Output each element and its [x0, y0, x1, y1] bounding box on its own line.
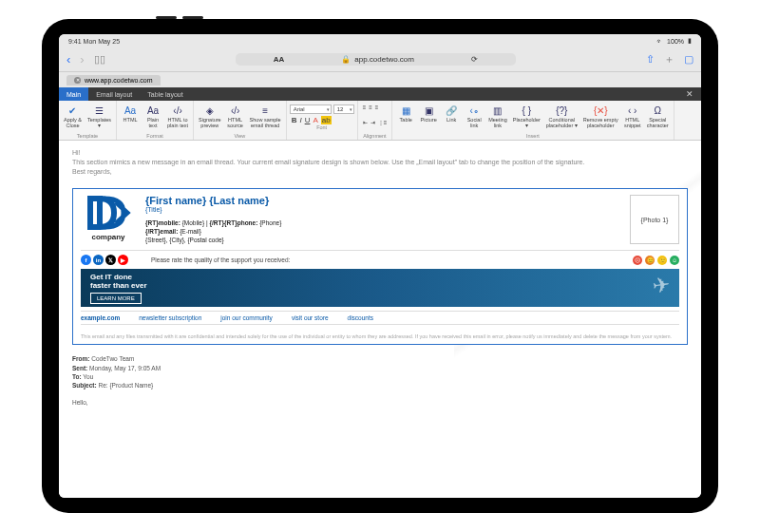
picture-icon: ▣	[422, 104, 435, 117]
facebook-icon[interactable]: f	[81, 255, 91, 265]
share-icon: ‹∘	[467, 104, 481, 117]
bookmarks-icon[interactable]: ▯▯	[94, 53, 105, 66]
html-snippet-button[interactable]: ‹ ›HTML snippet	[622, 103, 643, 133]
table-button[interactable]: ▦Table	[395, 103, 416, 133]
calendar-icon: ▥	[491, 104, 504, 117]
back-button[interactable]: ‹	[66, 52, 70, 66]
ribbon-tab-bar: Main Email layout Table layout ✕	[59, 87, 701, 101]
signature-block[interactable]: company {First name} {Last name} {Title}…	[72, 188, 688, 345]
indent-left-button[interactable]: ⇤	[363, 119, 368, 133]
face-good-icon[interactable]: ☺	[670, 256, 679, 265]
footer-links: example.com newsletter subscription join…	[81, 311, 679, 325]
face-bad-icon[interactable]: ☹	[633, 256, 642, 265]
html-format-button[interactable]: AaHTML	[120, 103, 141, 133]
new-tab-icon[interactable]: ＋	[664, 52, 674, 66]
share-icon[interactable]: ⇧	[646, 53, 655, 66]
underline-button[interactable]: U	[305, 116, 311, 124]
close-tab-icon[interactable]: ✕	[74, 77, 81, 84]
battery-icon: ▮	[688, 37, 692, 45]
reload-icon[interactable]: ⟳	[471, 55, 478, 64]
templates-button[interactable]: ☰Templates ▾	[86, 103, 113, 133]
photo-placeholder: {Photo 1}	[630, 195, 679, 244]
rate-text: Please rate the quality of the support y…	[151, 256, 290, 263]
disclaimer-text: This email and any files transmitted wit…	[73, 332, 687, 344]
group-label: View	[197, 133, 283, 140]
face-ok-icon[interactable]: 🙂	[657, 256, 667, 265]
align-center-button[interactable]: ≡	[369, 104, 372, 119]
font-size-select[interactable]: 12	[333, 104, 354, 114]
conditional-placeholder-button[interactable]: {?}Conditional placeholder ▾	[544, 103, 580, 133]
wifi-icon: ᯤ	[656, 38, 663, 45]
sample-thread-button[interactable]: ≡Show sample email thread	[248, 103, 283, 133]
group-label: Alignment	[361, 133, 390, 140]
group-label: Insert	[395, 133, 671, 140]
meeting-link-button[interactable]: ▥Meeting link	[486, 103, 509, 133]
italic-button[interactable]: I	[299, 116, 301, 124]
remove-placeholder-button[interactable]: {✕}Remove empty placeholder	[581, 103, 620, 133]
text-size-icon[interactable]: AA	[274, 55, 285, 64]
tabs-icon[interactable]: ▢	[684, 53, 694, 66]
link-store[interactable]: visit our store	[292, 314, 329, 321]
address-bar[interactable]: AA 🔒 app.codetwo.com ⟳	[236, 53, 516, 66]
editor-content[interactable]: Hi! This section mimics a new message in…	[59, 141, 701, 498]
social-icons: f in 𝕏 ▶	[81, 255, 128, 265]
link-website[interactable]: example.com	[81, 314, 120, 321]
rating-faces: ☹ 😐 🙂 ☺	[633, 256, 679, 265]
align-left-button[interactable]: ≡	[363, 104, 367, 119]
list-button[interactable]: ⋮≡	[378, 119, 388, 133]
indent-right-button[interactable]: ⇥	[370, 119, 375, 133]
html-source-button[interactable]: ‹/›HTML source	[225, 103, 246, 133]
link-button[interactable]: 🔗Link	[441, 103, 462, 133]
align-right-button[interactable]: ≡	[375, 104, 379, 119]
close-ribbon-icon[interactable]: ✕	[678, 89, 701, 99]
placeholder-button[interactable]: { }Placeholder ▾	[511, 103, 542, 133]
signature-preview-button[interactable]: ◈Signature preview	[197, 103, 223, 133]
tab-table-layout[interactable]: Table layout	[140, 87, 190, 101]
browser-tabs: ✕ www.app.codetwo.com	[59, 72, 701, 87]
quoted-thread: From: CodeTwo Team Sent: Monday, May 17,…	[72, 354, 688, 407]
font-color-button[interactable]: A	[313, 116, 317, 124]
battery-text: 100%	[667, 38, 684, 45]
learn-more-button[interactable]: LEARN MORE	[90, 293, 142, 304]
conditional-icon: {?}	[555, 104, 568, 117]
link-discounts[interactable]: discounts	[348, 314, 373, 321]
link-icon: 🔗	[445, 104, 458, 117]
logo-text: company	[81, 233, 136, 241]
omega-icon: Ω	[651, 104, 664, 117]
font-name-select[interactable]: Arial	[290, 104, 332, 114]
promo-banner[interactable]: Get IT donefaster than ever LEARN MORE ✈	[81, 269, 679, 307]
screen: 9:41 Mon May 25 ᯤ 100% ▮ ‹ › ▯▯ AA 🔒 app…	[59, 34, 701, 498]
check-icon: ✔	[66, 104, 79, 117]
html-icon: Aa	[124, 104, 137, 117]
url-text: app.codetwo.com	[354, 55, 414, 64]
picture-button[interactable]: ▣Picture	[418, 103, 439, 133]
special-char-button[interactable]: ΩSpecial character	[645, 103, 671, 133]
link-community[interactable]: join our community	[220, 314, 273, 321]
bold-button[interactable]: B	[292, 116, 297, 124]
tab-email-layout[interactable]: Email layout	[88, 87, 140, 101]
plain-text-button[interactable]: AaPlain text	[142, 103, 163, 133]
browser-tab[interactable]: ✕ www.app.codetwo.com	[66, 75, 161, 86]
signature-contact: {RT}mobile: {Mobile} | {/RT}{RT}phone: {…	[145, 218, 620, 244]
signature-title: {Title}	[145, 206, 620, 213]
apply-close-button[interactable]: ✔Apply & Close	[62, 103, 84, 133]
social-link-button[interactable]: ‹∘Social link	[464, 103, 484, 133]
greeting-text: Hi!	[72, 149, 688, 156]
face-poor-icon[interactable]: 😐	[645, 256, 655, 265]
group-label: Font	[290, 124, 354, 131]
tab-main[interactable]: Main	[59, 87, 88, 101]
forward-button[interactable]: ›	[80, 52, 84, 66]
group-label: Template	[62, 133, 113, 140]
templates-icon: ☰	[93, 104, 106, 117]
link-newsletter[interactable]: newsletter subscription	[139, 314, 201, 321]
tab-title: www.app.codetwo.com	[85, 77, 153, 84]
html-to-plain-button[interactable]: ‹/›HTML to plain text	[165, 103, 190, 133]
tablet-frame: 9:41 Mon May 25 ᯤ 100% ▮ ‹ › ▯▯ AA 🔒 app…	[42, 19, 718, 513]
plain-icon: Aa	[146, 104, 160, 117]
volume-button-2	[182, 16, 203, 19]
highlight-button[interactable]: ab	[321, 116, 332, 124]
placeholder-icon: { }	[520, 104, 533, 117]
x-twitter-icon[interactable]: 𝕏	[105, 255, 116, 265]
linkedin-icon[interactable]: in	[93, 255, 104, 265]
youtube-icon[interactable]: ▶	[118, 255, 128, 265]
